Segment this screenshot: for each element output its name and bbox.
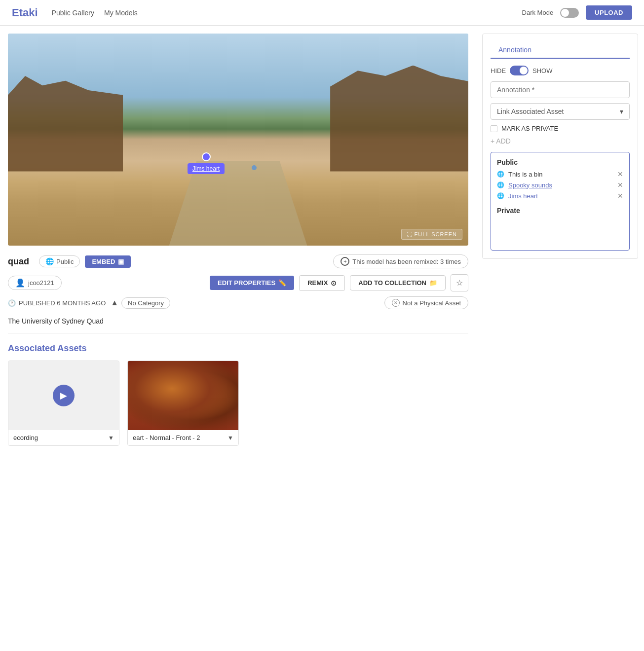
play-icon: ▶: [53, 385, 75, 406]
dark-mode-label: Dark Mode: [522, 9, 554, 16]
edit-properties-label: EDIT PROPERTIES: [218, 279, 275, 287]
user-avatar-icon: 👤: [15, 278, 25, 288]
show-label: SHOW: [532, 67, 552, 74]
remix-label: REMIX: [307, 279, 328, 287]
chevron-down-icon[interactable]: ▼: [108, 434, 114, 441]
main-content: Jims heart ⛶ FULL SCREEN quad 🌐 Public E…: [0, 26, 644, 454]
model-actions: 👤 jcoo2121 EDIT PROPERTIES ✏️ REMIX ⊙ AD…: [8, 274, 468, 291]
toggle-knob: [561, 9, 569, 17]
visibility-badge[interactable]: 🌐 Public: [39, 255, 80, 267]
globe-icon-0: 🌐: [497, 171, 504, 178]
pin-dot: [202, 152, 211, 161]
visibility-label: Public: [56, 258, 74, 265]
hide-label: HIDE: [491, 67, 506, 74]
remix-button[interactable]: REMIX ⊙: [299, 275, 345, 291]
remix-count-badge[interactable]: + This model has been remixed: 3 times: [333, 254, 468, 268]
mark-private-checkbox[interactable]: [491, 125, 497, 132]
navbar: Etaki Public Gallery My Models Dark Mode…: [0, 0, 644, 26]
nav-public-gallery[interactable]: Public Gallery: [52, 9, 94, 17]
annotation-link-2[interactable]: Jims heart: [508, 192, 538, 200]
embed-button[interactable]: EMBED ▣: [85, 255, 131, 268]
username-label: jcoo2121: [28, 279, 54, 287]
remove-icon-1[interactable]: ✕: [617, 181, 623, 189]
remove-icon-2[interactable]: ✕: [617, 192, 623, 200]
navbar-right: Dark Mode UPLOAD: [522, 5, 632, 20]
heart-texture: [128, 361, 238, 430]
chevron-down-icon-2[interactable]: ▼: [227, 434, 233, 441]
model-description: The University of Sydney Quad: [8, 317, 468, 333]
logo: Etaki: [12, 6, 38, 19]
asset-footer-video: ecording ▼: [8, 430, 119, 445]
user-chip[interactable]: 👤 jcoo2121: [8, 276, 62, 290]
asset-label-heart: eart - Normal - Front - 2: [133, 434, 200, 441]
viewer-container: Jims heart ⛶ FULL SCREEN: [8, 34, 468, 246]
remix-plus-icon: +: [341, 257, 349, 266]
assets-grid: ▶ ecording ▼ eart - Normal - Front - 2 ▼: [8, 361, 468, 446]
mark-private-label: MARK AS PRIVATE: [501, 125, 558, 132]
nav-my-models[interactable]: My Models: [104, 9, 138, 17]
upload-button[interactable]: UPLOAD: [586, 5, 632, 20]
annotation-list-box: Public 🌐 This is a bin ✕ 🌐 Spooky sounds…: [491, 152, 630, 251]
remix-icon: ⊙: [331, 279, 337, 287]
tab-annotation[interactable]: Annotation: [491, 42, 539, 59]
fullscreen-button[interactable]: ⛶ FULL SCREEN: [401, 229, 462, 240]
star-button[interactable]: ☆: [451, 274, 468, 291]
asset-card-video[interactable]: ▶ ecording ▼: [8, 361, 119, 446]
asset-label-video: ecording: [13, 434, 38, 441]
model-header: quad 🌐 Public EMBED ▣ + This model has b…: [8, 254, 468, 268]
asset-thumb-heart: [128, 361, 238, 430]
private-section: Private: [497, 207, 623, 215]
toggle-knob-2: [520, 67, 528, 74]
model-meta: 🕐 PUBLISHED 6 MONTHS AGO ▲ No Category ✕…: [8, 296, 468, 309]
embed-icon: ▣: [118, 258, 124, 265]
clock-icon: 🕐: [8, 299, 16, 307]
globe-icon: 🌐: [45, 257, 54, 265]
shapes-icon: ▲: [111, 298, 118, 307]
mark-private-row: MARK AS PRIVATE: [491, 125, 630, 132]
physical-badge[interactable]: ✕ Not a Physical Asset: [384, 296, 469, 309]
private-section-title: Private: [497, 207, 623, 215]
chevron-down-icon-3: ▾: [620, 108, 623, 115]
panel-tabs: Annotation: [491, 42, 630, 59]
asset-thumb-video: ▶: [8, 361, 119, 430]
collection-icon: 📁: [429, 279, 437, 287]
add-annotation-button[interactable]: + ADD: [491, 137, 511, 145]
asset-card-heart[interactable]: eart - Normal - Front - 2 ▼: [127, 361, 239, 446]
star-icon: ☆: [456, 279, 463, 287]
link-asset-label: Link Associated Asset: [497, 108, 564, 115]
category-info: ▲ No Category: [111, 297, 170, 309]
right-panel: Annotation HIDE SHOW Link Associated Ass…: [476, 34, 644, 446]
published-info: 🕐 PUBLISHED 6 MONTHS AGO: [8, 299, 106, 307]
add-to-collection-button[interactable]: ADD TO COLLECTION 📁: [350, 275, 446, 290]
left-panel: Jims heart ⛶ FULL SCREEN quad 🌐 Public E…: [0, 34, 476, 446]
asset-footer-heart: eart - Normal - Front - 2 ▼: [128, 430, 238, 445]
dark-mode-toggle[interactable]: [560, 8, 579, 18]
add-to-collection-label: ADD TO COLLECTION: [358, 279, 426, 287]
annotation-text-0[interactable]: This is a bin: [508, 171, 542, 178]
pencil-icon: ✏️: [278, 279, 286, 287]
building-left: [8, 76, 123, 172]
annotation-item-1: 🌐 Spooky sounds ✕: [497, 181, 623, 189]
globe-icon-1: 🌐: [497, 181, 504, 188]
annotation-item-0: 🌐 This is a bin ✕: [497, 170, 623, 178]
annotation-toggle[interactable]: [510, 66, 529, 75]
remix-count-label: This model has been remixed: 3 times: [352, 258, 461, 265]
remove-icon-0[interactable]: ✕: [617, 170, 623, 178]
embed-label: EMBED: [92, 258, 115, 265]
link-asset-row[interactable]: Link Associated Asset ▾: [491, 103, 630, 120]
edit-properties-button[interactable]: EDIT PROPERTIES ✏️: [210, 276, 294, 290]
public-section-title: Public: [497, 158, 623, 166]
annotation-pin[interactable]: Jims heart: [188, 152, 225, 174]
pin-label[interactable]: Jims heart: [188, 163, 225, 174]
annotation-input[interactable]: [491, 81, 630, 98]
category-badge[interactable]: No Category: [121, 297, 170, 309]
x-icon: ✕: [392, 299, 400, 307]
annotation-link-1[interactable]: Spooky sounds: [508, 181, 552, 189]
published-label: PUBLISHED 6 MONTHS AGO: [19, 299, 106, 307]
annotation-item-2: 🌐 Jims heart ✕: [497, 192, 623, 200]
physical-label: Not a Physical Asset: [403, 299, 461, 307]
annotation-panel: Annotation HIDE SHOW Link Associated Ass…: [482, 34, 638, 259]
associated-assets-title: Associated Assets: [8, 343, 468, 354]
model-title: quad: [8, 256, 29, 267]
globe-icon-2: 🌐: [497, 192, 504, 199]
